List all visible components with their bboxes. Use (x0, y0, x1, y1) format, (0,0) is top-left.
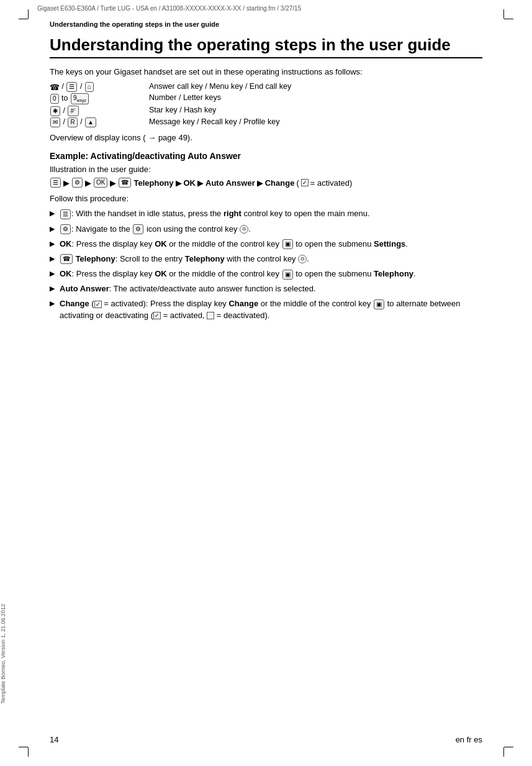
separator: / (61, 82, 66, 91)
nav-paren-open: ( (296, 178, 299, 188)
key-icons-cell: ✱ / #↕ (50, 105, 149, 117)
control-key-square-2: ▣ (282, 270, 293, 280)
bullet-content: OK: Press the display key OK or the midd… (60, 239, 482, 250)
nav-gear-icon: ⚙ (72, 178, 83, 188)
gear-key-ref: ⚙ (60, 224, 71, 234)
list-item: ▶ Auto Answer: The activate/deactivate a… (50, 283, 482, 294)
page-number: 14 (50, 735, 58, 744)
control-key-ring: ⊙ (240, 225, 248, 234)
nav-telephony-label: Telephony (133, 178, 173, 188)
nav-telephony-icon: ☎ (119, 178, 131, 188)
table-row: ✉ / R / ▲ Message key / Recall key / Pro… (50, 117, 291, 128)
nav-menu-icon: ☰ (50, 178, 61, 188)
telephony-entry-bold: Telephony (185, 254, 225, 263)
nav-arrow-3: ▶ (110, 178, 116, 188)
nav-ok-label: OK (184, 178, 196, 188)
ok-label-2: OK (60, 269, 72, 278)
key-icons-cell: ✉ / R / ▲ (50, 117, 149, 128)
settings-bold: Settings (374, 239, 405, 248)
crop-mark (504, 19, 513, 19)
hash-key-icon: #↕ (68, 106, 78, 116)
change-bold: Change (60, 299, 89, 308)
profile-key-icon: ▲ (85, 117, 96, 127)
example-heading: Example: Activating/deactivating Auto An… (50, 151, 482, 161)
overview-prefix: Overview of display icons ( (50, 133, 146, 142)
menu-key-icon: ☰ (66, 82, 77, 92)
list-item: ▶ ☰: With the handset in idle status, pr… (50, 208, 482, 219)
bullet-arrow-icon: ▶ (50, 269, 55, 278)
crop-mark (503, 747, 504, 757)
bullet-content: Auto Answer: The activate/deactivate aut… (60, 283, 482, 294)
separator: / (63, 106, 67, 115)
bullet-content: ☰: With the handset in idle status, pres… (60, 208, 482, 219)
bullet-arrow-icon: ▶ (50, 239, 55, 248)
crop-mark (503, 9, 504, 19)
key-description: Message key / Recall key / Profile key (149, 117, 291, 128)
key-description: Star key / Hash key (149, 105, 291, 117)
table-row: ☎ / ☰ / ⌂ Answer call key / Menu key / E… (50, 81, 291, 93)
crop-mark (19, 747, 28, 747)
empty-check-icon (207, 312, 214, 319)
control-key-ring-2: ⊙ (298, 255, 307, 263)
overview-page-ref: page 49). (158, 133, 192, 142)
list-item: ▶ Change (✓ = activated): Press the disp… (50, 298, 482, 321)
ok-label: OK (60, 239, 72, 248)
to-label: to (61, 94, 70, 103)
crop-mark (28, 9, 29, 19)
nav-sequence: ☰ ▶ ⚙ ▶ OK ▶ ☎ Telephony ▶ OK ▶ Auto Ans… (50, 178, 482, 188)
zero-key-icon: 0 (50, 94, 59, 104)
change-bold-2: Change (228, 299, 258, 308)
intro-text: The keys on your Gigaset handset are set… (50, 67, 482, 76)
key-icons-cell: 0 to 9wxyz (50, 93, 149, 105)
nav-autoanswer-label: Auto Answer (205, 178, 255, 188)
keys-table: ☎ / ☰ / ⌂ Answer call key / Menu key / E… (50, 81, 291, 128)
check-icon-2: ✓ (153, 312, 161, 319)
message-key-icon: ✉ (50, 117, 60, 127)
end-call-icon: ⌂ (85, 82, 94, 92)
table-row: 0 to 9wxyz Number / Letter keys (50, 93, 291, 105)
gear-icon-inline: ⚙ (133, 224, 143, 234)
list-item: ▶ ☎ Telephony: Scroll to the entry Telep… (50, 253, 482, 265)
bullet-content: ⚙: Navigate to the ⚙ icon using the cont… (60, 224, 482, 235)
crop-mark (28, 747, 29, 757)
telephony-icon-ref: ☎ (60, 254, 73, 264)
bullet-arrow-icon: ▶ (50, 209, 55, 218)
nav-arrow-4: ▶ (176, 178, 182, 188)
separator: / (80, 82, 84, 91)
answer-call-icon: ☎ (50, 83, 60, 92)
small-heading: Understanding the operating steps in the… (50, 21, 482, 28)
content-area: Understanding the operating steps in the… (0, 14, 532, 365)
ok-bold: OK (155, 239, 167, 248)
separator: / (80, 118, 84, 127)
right-bold: right (223, 209, 241, 218)
list-item: ▶ ⚙: Navigate to the ⚙ icon using the co… (50, 224, 482, 235)
bullet-content: ☎ Telephony: Scroll to the entry Telepho… (60, 253, 482, 265)
nav-activated-label: = activated) (310, 178, 353, 188)
overview-text: Overview of display icons ( → page 49). (50, 133, 482, 142)
bullet-arrow-icon: ▶ (50, 299, 55, 308)
lang-indicator: en fr es (456, 735, 482, 744)
file-path: Gigaset E630-E360A / Turtle LUG - USA en… (0, 0, 532, 14)
illustration-label: Illustration in the user guide: (50, 165, 482, 174)
crop-mark (19, 19, 28, 19)
table-row: ✱ / #↕ Star key / Hash key (50, 105, 291, 117)
list-item: ▶ OK: Press the display key OK or the mi… (50, 239, 482, 250)
nav-ok-icon: OK (94, 178, 107, 188)
control-key-square: ▣ (282, 239, 293, 249)
bullet-content: OK: Press the display key OK or the midd… (60, 268, 482, 280)
bullet-list: ▶ ☰: With the handset in idle status, pr… (50, 208, 482, 321)
telephony-bold: Telephony (76, 254, 115, 263)
nav-arrow-6: ▶ (257, 178, 263, 188)
check-icon-1: ✓ (94, 301, 102, 308)
bullet-content: Change (✓ = activated): Press the displa… (60, 298, 482, 321)
nav-arrow-2: ▶ (85, 178, 91, 188)
list-item: ▶ OK: Press the display key OK or the mi… (50, 268, 482, 280)
follow-label: Follow this procedure: (50, 194, 482, 203)
heading-divider (50, 57, 482, 58)
nav-change-label: Change (265, 178, 295, 188)
key-description: Answer call key / Menu key / End call ke… (149, 81, 291, 93)
ok-bold-2: OK (155, 269, 167, 278)
crop-mark (504, 747, 513, 747)
control-key-square-3: ▣ (374, 299, 384, 309)
bullet-arrow-icon: ▶ (50, 224, 55, 234)
